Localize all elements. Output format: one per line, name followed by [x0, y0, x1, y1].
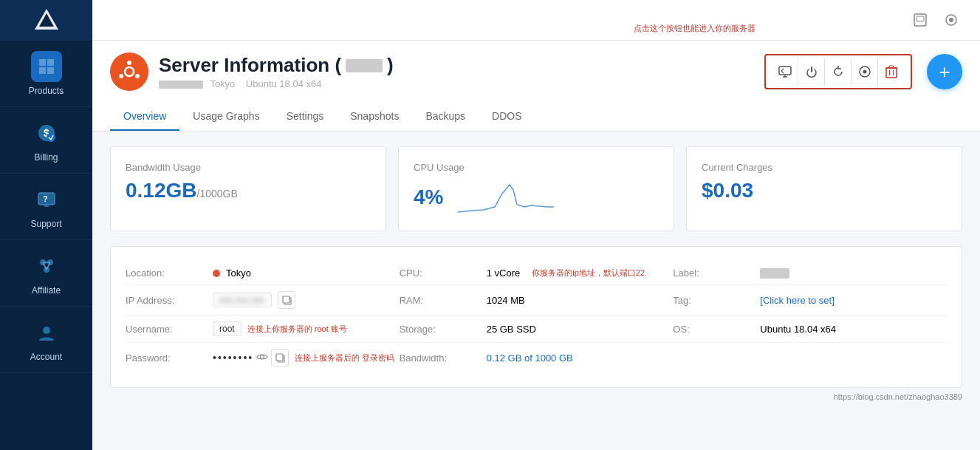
products-icon-wrap: [31, 51, 62, 82]
copy-ip-button[interactable]: [278, 291, 295, 309]
os-label: OS:: [673, 324, 754, 335]
svg-rect-40: [283, 296, 289, 303]
svg-point-41: [261, 355, 264, 358]
cpu-label: CPU Usage: [414, 162, 659, 173]
svg-rect-20: [914, 14, 926, 26]
delete-button[interactable]: [878, 58, 905, 85]
bandwidth-card: Bandwidth Usage 0.12GB/1000GB: [110, 146, 386, 231]
tabs: Overview Usage Graphs Settings Snapshots…: [110, 103, 962, 131]
billing-icon-wrap: $: [31, 117, 62, 149]
cpu-spec-value: 1 vCore: [487, 267, 521, 279]
tab-settings[interactable]: Settings: [273, 103, 337, 131]
ip-group: IP Address: xxx.xxx.xxx: [126, 291, 400, 309]
metrics-row: Bandwidth Usage 0.12GB/1000GB CPU Usage …: [110, 146, 962, 231]
info-row-ip: IP Address: xxx.xxx.xxx RAM: 1024 MB Tag…: [126, 285, 947, 316]
sidebar-item-support[interactable]: ? Support: [0, 174, 92, 240]
svg-rect-43: [276, 354, 283, 361]
tab-usage-graphs[interactable]: Usage Graphs: [179, 103, 273, 131]
label-group: Label:: [673, 267, 947, 279]
sidebar-item-products[interactable]: Products: [0, 41, 92, 107]
os-group: OS: Ubuntu 18.04 x64: [673, 324, 947, 335]
info-row-location: Location: Tokyo CPU: 1 vCore 你服务器的ip地址，默…: [126, 262, 947, 285]
subtitle-location: Tokyo: [210, 78, 235, 89]
tab-backups[interactable]: Backups: [412, 103, 479, 131]
sidebar-item-products-label: Products: [29, 86, 64, 96]
info-table: Location: Tokyo CPU: 1 vCore 你服务器的ip地址，默…: [110, 246, 962, 388]
sidebar: Products $ Billing ? Support: [0, 0, 92, 450]
header-actions: 点击这个按钮也能进入你的服务器: [764, 54, 962, 89]
svg-point-8: [47, 133, 55, 142]
ram-value: 1024 MB: [487, 295, 525, 306]
location-group: Location: Tokyo: [126, 267, 400, 279]
copy-password-button[interactable]: [271, 349, 289, 367]
svg-rect-36: [889, 66, 894, 68]
location-value: Tokyo: [226, 267, 251, 279]
svg-rect-3: [47, 59, 54, 66]
annotation-password: 连接上服务器后的 登录密码: [295, 352, 394, 364]
charges-label: Current Charges: [702, 162, 947, 173]
add-server-button[interactable]: +: [927, 54, 962, 89]
password-label: Password:: [126, 352, 207, 364]
svg-text:?: ?: [43, 194, 48, 203]
subtitle-os: Ubuntu 18.04 x64: [246, 78, 322, 89]
sidebar-item-billing-label: Billing: [34, 152, 58, 163]
cpu-value-row: 4%: [414, 179, 659, 216]
username-label: Username:: [126, 324, 207, 335]
svg-rect-5: [47, 67, 54, 74]
svg-rect-4: [39, 67, 46, 74]
info-row-username: Username: root 连接上你服务器的 root 账号 Storage:…: [126, 316, 947, 343]
annotation-console: 点击这个按钮也能进入你的服务器: [634, 23, 755, 34]
sidebar-logo[interactable]: [0, 0, 92, 41]
ip-label: IP Address:: [126, 295, 207, 306]
cpu-spec-label: CPU:: [400, 267, 481, 279]
tab-snapshots[interactable]: Snapshots: [337, 103, 412, 131]
svg-point-33: [863, 70, 866, 74]
account-icon-wrap: [31, 317, 62, 348]
bandwidth-label: Bandwidth Usage: [126, 162, 371, 173]
svg-point-28: [119, 74, 123, 78]
sidebar-item-billing[interactable]: $ Billing: [0, 107, 92, 174]
annotation-root: 连接上你服务器的 root 账号: [247, 324, 347, 335]
power-button[interactable]: [798, 58, 825, 85]
storage-group: Storage: 25 GB SSD: [400, 324, 674, 335]
bandwidth-value-row: 0.12GB/1000GB: [126, 179, 371, 202]
cpu-group: CPU: 1 vCore 你服务器的ip地址，默认端口22: [400, 267, 674, 279]
tag-group: Tag: [Click here to set]: [673, 295, 947, 306]
svg-rect-29: [779, 67, 791, 75]
charges-card: Current Charges $0.03: [686, 146, 962, 231]
password-field: ••••••••: [213, 349, 289, 367]
svg-point-23: [949, 18, 953, 22]
info-row-password: Password: ••••••••: [126, 343, 947, 372]
sidebar-item-account-label: Account: [30, 352, 62, 362]
bandwidth-usage-label: Bandwidth:: [400, 352, 481, 364]
os-value: Ubuntu 18.04 x64: [760, 324, 836, 335]
tab-overview[interactable]: Overview: [110, 103, 179, 131]
storage-label: Storage:: [400, 324, 481, 335]
overview-content: Bandwidth Usage 0.12GB/1000GB CPU Usage …: [92, 132, 980, 416]
sidebar-item-affiliate[interactable]: Affiliate: [0, 240, 92, 307]
topbar-icon-2[interactable]: [940, 9, 962, 31]
action-buttons: [764, 54, 912, 89]
topbar-icon-1[interactable]: [909, 9, 931, 31]
sidebar-item-account[interactable]: Account: [0, 307, 92, 373]
topbar: [92, 0, 980, 41]
server-subtitle: Tokyo Ubuntu 18.04 x64: [159, 78, 394, 89]
console-button[interactable]: [772, 58, 798, 85]
restart-button[interactable]: [825, 58, 851, 85]
bandwidth-usage-value: 0.12 GB of 1000 GB: [487, 352, 674, 364]
tag-value[interactable]: [Click here to set]: [760, 295, 834, 306]
storage-value: 25 GB SSD: [487, 324, 536, 335]
location-dot: [213, 270, 220, 277]
location-label: Location:: [126, 267, 207, 279]
show-password-button[interactable]: [256, 352, 268, 364]
svg-point-19: [43, 327, 50, 334]
tab-ddos[interactable]: DDOS: [479, 103, 535, 131]
upgrade-button[interactable]: [851, 58, 878, 85]
footer-url: https://blog.csdn.net/zhaoghao3389: [110, 392, 962, 401]
cpu-card: CPU Usage 4%: [398, 146, 674, 231]
label-label: Label:: [673, 267, 754, 279]
charges-value: $0.03: [702, 179, 947, 202]
tag-label: Tag:: [673, 295, 754, 306]
bw-usage-group: Bandwidth: 0.12 GB of 1000 GB: [400, 352, 674, 364]
annotation-ip: 你服务器的ip地址，默认端口22: [532, 267, 645, 279]
